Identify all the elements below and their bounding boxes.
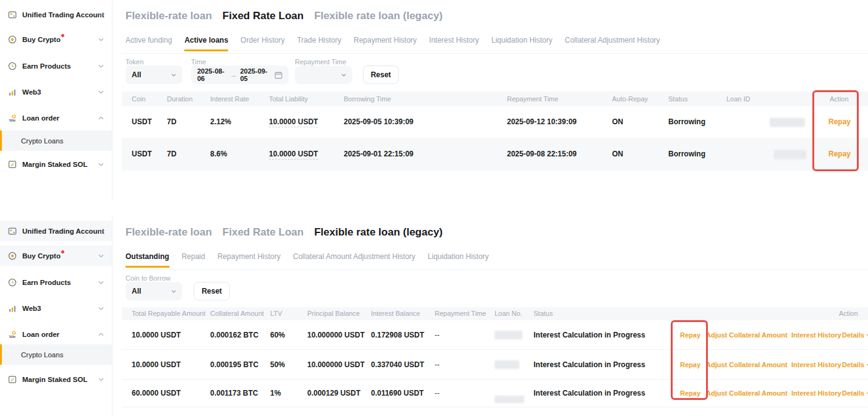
time-range-input[interactable]: 2025-08-06 → 2025-09-05 bbox=[191, 66, 289, 84]
sidebar-item-margin-staked-sol[interactable]: Margin Staked SOL bbox=[0, 154, 112, 174]
chevron-down-icon bbox=[98, 281, 104, 284]
table-row: 10.0000 USDT 0.000195 BTC 50% 10.000000 … bbox=[122, 350, 868, 380]
trading-account-icon bbox=[8, 11, 17, 19]
loan-type-tab-flexible-legacy[interactable]: Flexible rate loan (legacy) bbox=[314, 10, 443, 22]
buy-crypto-icon bbox=[8, 252, 17, 260]
cell-repayment-time: 2025-09-12 10:39:09 bbox=[507, 106, 577, 138]
column-header: Loan No. bbox=[495, 307, 522, 320]
tab-liquidation-history[interactable]: Liquidation History bbox=[428, 252, 489, 268]
sidebar-item-crypto-loans[interactable]: Crypto Loans bbox=[0, 130, 112, 151]
sidebar-item-margin-staked-sol[interactable]: Margin Staked SOL bbox=[0, 369, 112, 389]
chevron-up-icon bbox=[98, 333, 104, 336]
tab-outstanding[interactable]: Outstanding bbox=[126, 252, 169, 268]
chevron-down-icon bbox=[98, 307, 104, 310]
interest-history-link[interactable]: Interest History bbox=[791, 350, 841, 380]
tab-collateral-adjustment-history[interactable]: Collateral Adjustment History bbox=[564, 36, 660, 51]
loan-type-tab-flexible-rate[interactable]: Flexible-rate loan bbox=[126, 226, 212, 239]
reset-button[interactable]: Reset bbox=[363, 66, 399, 84]
dropdown-caret-icon bbox=[171, 74, 176, 77]
details-dropdown-link[interactable]: Details bbox=[842, 320, 868, 350]
column-header: Borrowing Time bbox=[344, 91, 391, 106]
sidebar-item-label: Crypto Loans bbox=[21, 351, 63, 359]
tab-divider bbox=[122, 53, 868, 54]
sidebar-item-label: Crypto Loans bbox=[21, 137, 63, 145]
loan-order-icon bbox=[8, 114, 17, 122]
adjust-collateral-link[interactable]: Adjust Collateral Amount bbox=[706, 380, 788, 407]
tab-order-history[interactable]: Order History bbox=[240, 36, 284, 51]
cell-repayment-time: 2025-09-08 22:15:09 bbox=[507, 138, 577, 171]
date-range-arrow: → bbox=[231, 71, 237, 79]
column-header: Action bbox=[830, 91, 849, 106]
table-row: USDT 7D 2.12% 10.0000 USDT 2025-09-05 10… bbox=[122, 106, 868, 138]
chevron-down-icon bbox=[98, 38, 104, 41]
sidebar-item-label: Loan order bbox=[22, 331, 59, 338]
loan-type-tab-flexible-legacy[interactable]: Flexible rate loan (legacy) bbox=[314, 226, 443, 239]
loan-type-tab-flexible-rate[interactable]: Flexible-rate loan bbox=[126, 10, 212, 22]
loan-type-tab-fixed-rate[interactable]: Fixed Rate Loan bbox=[223, 10, 304, 22]
tab-interest-history[interactable]: Interest History bbox=[429, 36, 479, 51]
cell-status: Interest Calculation in Progress bbox=[534, 320, 645, 350]
sidebar-item-buy-crypto[interactable]: Buy Crypto bbox=[0, 29, 112, 49]
cell-interest-balance: 0.337040 USDT bbox=[371, 350, 424, 380]
cell-status: Interest Calculation in Progress bbox=[534, 380, 645, 407]
dropdown-caret-icon bbox=[341, 74, 346, 77]
loan-type-switcher: Flexible-rate loan Fixed Rate Loan Flexi… bbox=[126, 10, 443, 22]
tab-liquidation-history[interactable]: Liquidation History bbox=[491, 36, 553, 51]
sidebar-item-buy-crypto[interactable]: Buy Crypto bbox=[0, 245, 112, 266]
sidebar-item-label: Web3 bbox=[22, 88, 41, 96]
reset-button[interactable]: Reset bbox=[194, 282, 230, 300]
sidebar-item-earn-products[interactable]: Earn Products bbox=[0, 56, 112, 76]
interest-history-link[interactable]: Interest History bbox=[791, 320, 841, 350]
sidebar-item-earn-products[interactable]: Earn Products bbox=[0, 272, 112, 292]
repayment-time-select[interactable] bbox=[295, 66, 352, 84]
token-filter-select[interactable]: All bbox=[126, 66, 182, 84]
repay-link[interactable]: Repay bbox=[680, 320, 700, 350]
sidebar-item-label: Earn Products bbox=[22, 62, 71, 70]
sidebar-item-label: Buy Crypto bbox=[22, 36, 61, 43]
cell-interest-rate: 2.12% bbox=[210, 106, 231, 138]
sidebar-item-web3[interactable]: Web3 bbox=[0, 298, 112, 318]
cell-borrowing-time: 2025-09-05 10:39:09 bbox=[344, 106, 414, 138]
sidebar-item-unified-trading-account[interactable]: Unified Trading Account bbox=[0, 4, 112, 25]
repay-link[interactable]: Repay bbox=[680, 380, 700, 407]
tab-repayment-history[interactable]: Repayment History bbox=[354, 36, 417, 51]
notification-dot bbox=[61, 34, 64, 37]
details-dropdown-link[interactable]: Details bbox=[842, 380, 868, 407]
tab-active-funding[interactable]: Active funding bbox=[126, 36, 172, 51]
legacy-loan-tab-bar: Outstanding Repaid Repayment History Col… bbox=[126, 252, 489, 268]
trading-account-icon bbox=[8, 227, 17, 236]
sidebar-item-loan-order[interactable]: Loan order bbox=[0, 108, 112, 128]
adjust-collateral-link[interactable]: Adjust Collateral Amount bbox=[706, 350, 788, 380]
coin-to-borrow-select[interactable]: All bbox=[126, 282, 182, 300]
sidebar-item-unified-trading-account[interactable]: Unified Trading Account bbox=[0, 221, 112, 241]
margin-staked-sol-icon bbox=[8, 375, 17, 384]
adjust-collateral-link[interactable]: Adjust Collateral Amount bbox=[706, 320, 788, 350]
tab-trade-history[interactable]: Trade History bbox=[297, 36, 341, 51]
tab-repaid[interactable]: Repaid bbox=[182, 252, 205, 268]
chevron-down-icon bbox=[98, 254, 104, 258]
repay-link[interactable]: Repay bbox=[680, 350, 700, 380]
sidebar-item-loan-order[interactable]: Loan order bbox=[0, 324, 112, 344]
repay-link[interactable]: Repay bbox=[828, 106, 851, 138]
sidebar-item-crypto-loans[interactable]: Crypto Loans bbox=[0, 344, 112, 365]
repay-link[interactable]: Repay bbox=[828, 138, 851, 171]
sidebar-item-web3[interactable]: Web3 bbox=[0, 82, 112, 102]
tab-active-loans[interactable]: Active loans bbox=[184, 36, 228, 51]
cell-collateral-amount: 0.001173 BTC bbox=[210, 380, 258, 407]
cell-duration: 7D bbox=[167, 138, 176, 171]
sidebar-item-label: Buy Crypto bbox=[22, 252, 61, 260]
sidebar-item-label: Web3 bbox=[22, 305, 41, 312]
cell-ltv: 60% bbox=[270, 320, 285, 350]
tab-collateral-amount-adjustment-history[interactable]: Collateral Amount Adjustment History bbox=[293, 252, 415, 268]
interest-history-link[interactable]: Interest History bbox=[791, 380, 841, 407]
details-dropdown-link[interactable]: Details bbox=[842, 350, 868, 380]
sidebar-item-label: Unified Trading Account bbox=[22, 227, 104, 235]
cell-total-liability: 10.0000 USDT bbox=[269, 106, 318, 138]
sidebar-item-label: Margin Staked SOL bbox=[22, 376, 87, 383]
column-header: Principal Balance bbox=[307, 307, 360, 320]
cell-auto-repay: ON bbox=[612, 106, 623, 138]
cell-borrowing-time: 2025-09-01 22:15:09 bbox=[344, 138, 414, 171]
tab-repayment-history[interactable]: Repayment History bbox=[218, 252, 281, 268]
loan-type-tab-fixed-rate[interactable]: Fixed Rate Loan bbox=[223, 226, 304, 239]
buy-crypto-icon bbox=[8, 35, 17, 44]
